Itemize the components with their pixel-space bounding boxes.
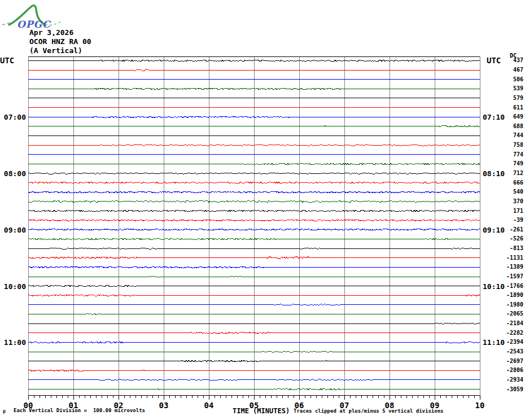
- dc-value: 688: [497, 123, 523, 129]
- left-hour-label: 10:00: [2, 282, 26, 291]
- dc-value: 744: [497, 132, 523, 138]
- dc-value: 758: [497, 142, 523, 148]
- dc-value: -1597: [497, 273, 523, 279]
- dc-value: 370: [497, 198, 523, 204]
- dc-value: -2394: [497, 339, 523, 345]
- minute-label: 03: [155, 401, 172, 410]
- dc-value: -1980: [497, 301, 523, 308]
- dc-value: -2934: [497, 377, 523, 383]
- time-axis-label: TIME (MINUTES): [233, 407, 290, 415]
- dc-value: 712: [497, 170, 523, 176]
- clip-note: Traces clipped at plus/minus 5 vertical …: [294, 408, 444, 414]
- dc-value: -1389: [497, 264, 523, 270]
- dc-value: 579: [497, 95, 523, 101]
- dc-value: 540: [497, 189, 523, 195]
- dc-value: 749: [497, 160, 523, 167]
- dc-value: -2806: [497, 367, 523, 373]
- minute-label: 10: [471, 401, 488, 410]
- dc-value: -1766: [497, 283, 523, 289]
- dc-value: 774: [497, 151, 523, 158]
- left-hour-label: 07:00: [2, 113, 26, 121]
- left-hour-label: 08:00: [2, 169, 26, 178]
- dc-value: -2543: [497, 348, 523, 355]
- dc-value: -1131: [497, 255, 523, 261]
- dc-value: -526: [497, 235, 523, 242]
- vertical-division-note: Each Vertical Division = 100.00 microvol…: [14, 408, 145, 413]
- dc-value: 467: [497, 67, 523, 73]
- dc-value: 437: [497, 57, 523, 63]
- dc-value: 539: [497, 85, 523, 91]
- dc-value: -813: [497, 245, 523, 251]
- dc-value: -2697: [497, 358, 523, 364]
- left-hour-label: 11:00: [2, 338, 26, 347]
- dc-value: 171: [497, 208, 523, 214]
- dc-value: 611: [497, 104, 523, 111]
- dc-value: 666: [497, 180, 523, 186]
- dc-value: -3059: [497, 386, 523, 392]
- dc-value: -2184: [497, 320, 523, 326]
- dc-value: -39: [497, 217, 523, 223]
- dc-value: -261: [497, 226, 523, 233]
- dc-value: 506: [497, 76, 523, 82]
- dc-value: 649: [497, 113, 523, 120]
- dc-value: -2065: [497, 310, 523, 317]
- helicorder-plot: [0, 0, 525, 420]
- left-hour-label: 09:00: [2, 226, 26, 234]
- minute-label: 04: [200, 401, 217, 410]
- dc-value: -1890: [497, 292, 523, 298]
- microvolt-mark: µ: [3, 409, 6, 414]
- dc-value: -2282: [497, 330, 523, 336]
- helicorder-page: OPGC Apr 3,2026 OCOR HNZ RA 00 (A Vertic…: [0, 0, 525, 420]
